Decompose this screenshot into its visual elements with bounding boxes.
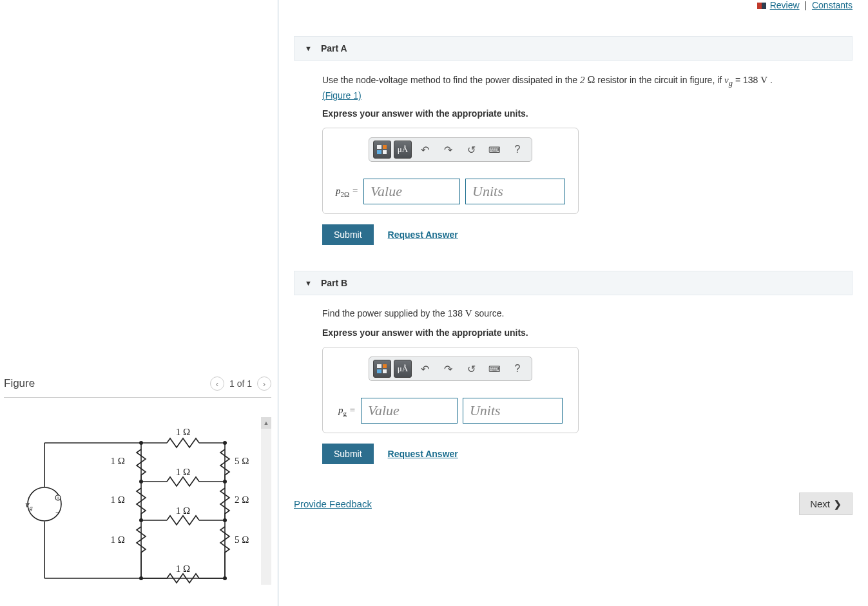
part-b-answer-panel: μÅ ↶ ↷ ↺ ⌨ ? pg = [322,347,579,433]
reset-icon[interactable]: ↺ [461,359,481,378]
svg-point-10 [223,576,227,580]
part-a-lhs: p2Ω = [336,186,358,198]
svg-rect-12 [383,145,387,149]
r-label: 5 Ω [235,534,249,545]
r-label: 2 Ω [235,494,249,505]
figure-scrollbar[interactable]: ▲ [261,417,271,585]
figure-pager-text: 1 of 1 [229,378,252,389]
svg-point-7 [139,518,143,522]
collapse-caret-icon: ▼ [305,44,312,52]
chevron-right-icon: ❯ [834,499,842,509]
scroll-up-icon[interactable]: ▲ [261,417,271,429]
part-a-submit-button[interactable]: Submit [322,224,374,245]
part-a-problem-text: Use the node-voltage method to find the … [322,72,784,102]
svg-point-4 [223,441,227,445]
svg-rect-16 [383,364,387,368]
figure-panel: Figure ‹ 1 of 1 › ▲ [0,374,278,585]
review-link[interactable]: Review [770,0,800,10]
part-b-header[interactable]: ▼ Part B [294,271,853,295]
part-a-request-answer-link[interactable]: Request Answer [388,230,458,240]
svg-text:+: + [56,494,60,502]
review-icon [757,3,766,9]
svg-point-8 [223,518,227,522]
part-a-units-input[interactable] [465,179,565,204]
part-a-instruction: Express your answer with the appropriate… [322,108,784,119]
undo-icon[interactable]: ↶ [414,140,435,159]
keyboard-icon[interactable]: ⌨ [484,359,505,378]
svg-point-6 [223,480,227,484]
figure-prev-button[interactable]: ‹ [210,376,224,391]
svg-point-5 [139,480,143,484]
r-label: 1 Ω [110,456,124,466]
part-b: ▼ Part B Find the power supplied by the … [294,271,853,464]
part-b-value-input[interactable] [361,398,458,424]
svg-rect-14 [383,150,387,154]
provide-feedback-link[interactable]: Provide Feedback [294,498,372,509]
part-b-units-input[interactable] [463,398,563,424]
constants-link[interactable]: Constants [812,0,853,10]
next-button[interactable]: Next ❯ [799,493,853,515]
undo-icon[interactable]: ↶ [414,359,435,378]
part-b-label: Part B [321,278,347,288]
svg-rect-11 [377,145,381,149]
svg-point-9 [139,576,143,580]
r-label: 1 Ω [110,494,124,505]
part-b-request-answer-link[interactable]: Request Answer [388,449,458,459]
part-a: ▼ Part A Use the node-voltage method to … [294,36,853,245]
svg-rect-15 [377,364,381,368]
help-icon[interactable]: ? [507,140,528,159]
top-links: Review | Constants [294,0,853,10]
part-b-instruction: Express your answer with the appropriate… [322,327,784,338]
r-label: 1 Ω [175,427,189,437]
keyboard-icon[interactable]: ⌨ [484,140,505,159]
svg-rect-18 [383,369,387,373]
r-label: 1 Ω [175,467,189,477]
link-separator: | [802,0,809,10]
r-label: 1 Ω [110,534,124,545]
part-a-value-input[interactable] [363,179,460,204]
redo-icon[interactable]: ↷ [438,140,458,159]
figure-pager: ‹ 1 of 1 › [210,376,271,391]
part-b-problem-text: Find the power supplied by the 138 V sou… [322,307,784,321]
templates-icon[interactable] [373,360,391,378]
answer-toolbar: μÅ ↶ ↷ ↺ ⌨ ? [369,137,532,162]
figure-next-button[interactable]: › [257,376,271,391]
part-a-answer-panel: μÅ ↶ ↷ ↺ ⌨ ? p2Ω = [322,128,579,214]
figure-1-link[interactable]: (Figure 1) [322,90,362,101]
part-a-label: Part A [321,43,347,54]
svg-rect-13 [377,150,381,154]
help-icon[interactable]: ? [507,359,528,378]
r-label: 1 Ω [175,563,189,574]
next-button-label: Next [810,498,830,509]
r-label: 5 Ω [235,456,249,466]
svg-point-3 [139,441,143,445]
answer-toolbar: μÅ ↶ ↷ ↺ ⌨ ? [369,357,532,381]
templates-icon[interactable] [373,141,391,159]
part-a-header[interactable]: ▼ Part A [294,36,853,61]
part-b-submit-button[interactable]: Submit [322,444,374,464]
redo-icon[interactable]: ↷ [438,359,458,378]
part-b-lhs: pg = [338,405,356,417]
figure-title: Figure [4,377,35,390]
collapse-caret-icon: ▼ [305,279,312,287]
units-menu-icon[interactable]: μÅ [394,141,412,159]
circuit-diagram: + − vg [12,417,251,585]
svg-rect-17 [377,369,381,373]
units-menu-icon[interactable]: μÅ [394,360,412,378]
svg-text:−: − [55,507,61,517]
reset-icon[interactable]: ↺ [461,140,481,159]
r-label: 1 Ω [175,505,189,516]
